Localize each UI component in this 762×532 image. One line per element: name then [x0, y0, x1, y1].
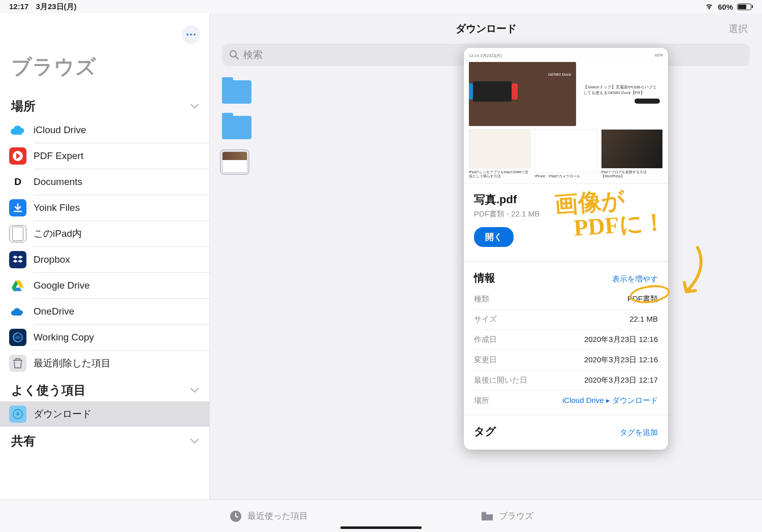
ipad-icon — [9, 225, 26, 242]
icloud-icon — [9, 121, 26, 139]
favorites-header[interactable]: よく使う項目 — [0, 376, 209, 401]
tab-browse[interactable]: ブラウズ — [481, 510, 533, 523]
info-row-location: 場所iCloud Drive ▸ ダウンロード — [464, 391, 668, 411]
yoink-icon — [9, 199, 26, 216]
tab-recent[interactable]: 最近使った項目 — [229, 510, 308, 523]
status-time: 12:17 — [9, 2, 28, 11]
sidebar-item-label: このiPad内 — [34, 227, 82, 240]
status-date: 3月23日(月) — [36, 2, 77, 11]
tags-header: タグ — [474, 424, 496, 439]
downloads-icon — [9, 405, 26, 423]
sidebar-item-recently-deleted[interactable]: 最近削除した項目 — [0, 351, 209, 376]
content-area: ダウンロード 選択 検索 12:14 3月23日(月)62% — [210, 13, 762, 499]
open-button[interactable]: 開く — [474, 227, 514, 247]
file-preview-thumbnail[interactable]: 12:14 3月23日(月)62% GENKI Dock 【Switchドック】… — [464, 48, 668, 184]
folder-icon — [481, 510, 494, 523]
search-placeholder: 検索 — [243, 48, 263, 61]
file-subtitle: PDF書類 - 22.1 MB — [474, 209, 658, 219]
home-indicator[interactable] — [340, 526, 422, 529]
sidebar-item-working-copy[interactable]: Working Copy — [0, 325, 209, 350]
page-title: ダウンロード — [456, 22, 517, 36]
sidebar-item-downloads[interactable]: ダウンロード — [0, 401, 209, 427]
sidebar-item-label: Yoink Files — [34, 202, 80, 213]
clock-icon — [229, 510, 242, 523]
sidebar-item-label: PDF Expert — [34, 150, 83, 162]
info-row-created: 作成日2020年3月23日 12:16 — [464, 330, 668, 350]
sidebar-item-pdf-expert[interactable]: PDF Expert — [0, 143, 209, 169]
sidebar-item-dropbox[interactable]: Dropbox — [0, 247, 209, 272]
pdf-expert-icon — [9, 147, 26, 165]
wifi-icon — [705, 3, 714, 10]
search-icon — [229, 50, 239, 60]
location-link[interactable]: iCloud Drive ▸ ダウンロード — [562, 396, 658, 405]
sidebar: ブラウズ 場所 iCloud Drive PDF Expert D Docume… — [0, 13, 210, 499]
sidebar-item-label: OneDrive — [34, 306, 74, 317]
tab-bar: 最近使った項目 ブラウズ — [0, 499, 762, 532]
info-header: 情報 — [474, 271, 495, 285]
sidebar-item-icloud-drive[interactable]: iCloud Drive — [0, 117, 209, 143]
annotation-arrow-icon — [677, 245, 708, 301]
sidebar-item-yoink[interactable]: Yoink Files — [0, 195, 209, 221]
sidebar-title: ブラウズ — [0, 13, 209, 92]
dropbox-icon — [9, 251, 26, 268]
trash-icon — [9, 355, 26, 372]
working-copy-icon — [9, 329, 26, 346]
chevron-down-icon — [190, 103, 199, 109]
more-button[interactable] — [182, 25, 200, 44]
folder-item[interactable] — [222, 80, 251, 104]
sidebar-item-label: Dropbox — [34, 254, 70, 265]
locations-header[interactable]: 場所 — [0, 92, 209, 117]
status-bar: 12:17 3月23日(月) 60% — [0, 0, 762, 13]
sidebar-item-documents[interactable]: D Documents — [0, 169, 209, 195]
info-row-opened: 最後に開いた日2020年3月23日 12:17 — [464, 370, 668, 390]
info-row-size: サイズ22.1 MB — [464, 309, 668, 329]
shared-header[interactable]: 共有 — [0, 427, 209, 452]
svg-rect-4 — [481, 512, 486, 514]
sidebar-item-label: Documents — [34, 176, 82, 187]
show-more-link[interactable]: 表示を増やす — [612, 274, 658, 284]
select-button[interactable]: 選択 — [728, 22, 748, 36]
sidebar-item-on-ipad[interactable]: このiPad内 — [0, 221, 209, 246]
chevron-down-icon — [190, 438, 199, 444]
info-row-modified: 変更日2020年3月23日 12:16 — [464, 350, 668, 370]
chevron-down-icon — [190, 387, 199, 393]
svg-point-2 — [230, 51, 236, 57]
sidebar-item-label: ダウンロード — [34, 408, 91, 421]
file-info-popover: 12:14 3月23日(月)62% GENKI Dock 【Switchドック】… — [464, 48, 668, 450]
sidebar-item-label: iCloud Drive — [34, 124, 86, 136]
documents-icon: D — [9, 173, 26, 191]
google-drive-icon — [9, 277, 26, 294]
onedrive-icon — [9, 303, 26, 320]
battery-percent: 60% — [718, 3, 733, 11]
sidebar-item-label: 最近削除した項目 — [34, 357, 111, 370]
file-name: 写真.pdf — [474, 192, 658, 207]
sidebar-item-label: Google Drive — [34, 280, 90, 291]
add-tag-link[interactable]: タグを追加 — [620, 428, 658, 437]
sidebar-item-label: Working Copy — [34, 332, 94, 343]
sidebar-item-onedrive[interactable]: OneDrive — [0, 299, 209, 324]
sidebar-item-google-drive[interactable]: Google Drive — [0, 273, 209, 298]
folder-item[interactable] — [222, 116, 251, 139]
file-item-selected[interactable] — [222, 151, 247, 173]
battery-icon — [737, 4, 753, 10]
info-row-kind: 種類PDF書類 — [464, 289, 668, 309]
